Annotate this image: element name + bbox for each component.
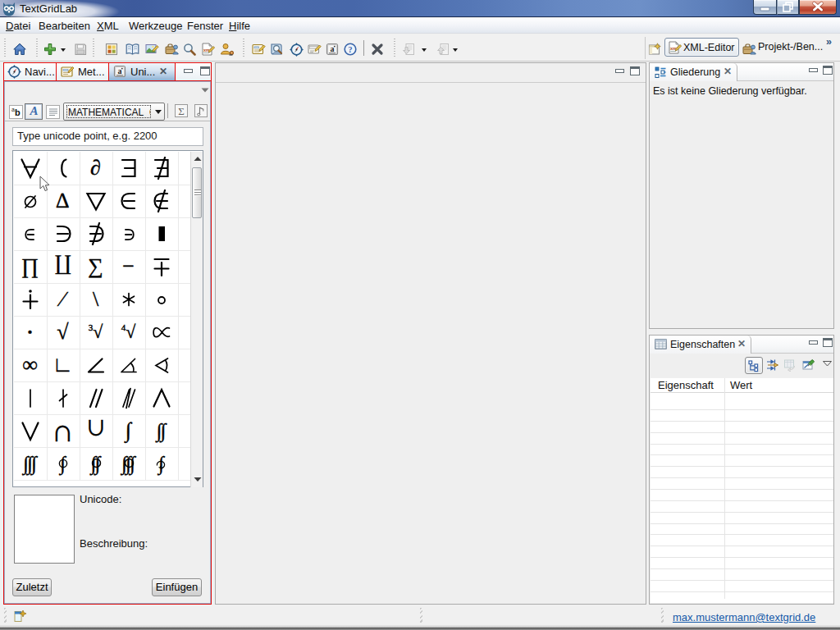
svg-text:a: a — [331, 44, 335, 53]
svg-text:a: a — [118, 66, 122, 75]
svg-text:Σ: Σ — [178, 106, 185, 116]
svg-text:A: A — [29, 104, 38, 116]
svg-text:?: ? — [349, 45, 353, 54]
svg-text:b: b — [15, 107, 21, 117]
